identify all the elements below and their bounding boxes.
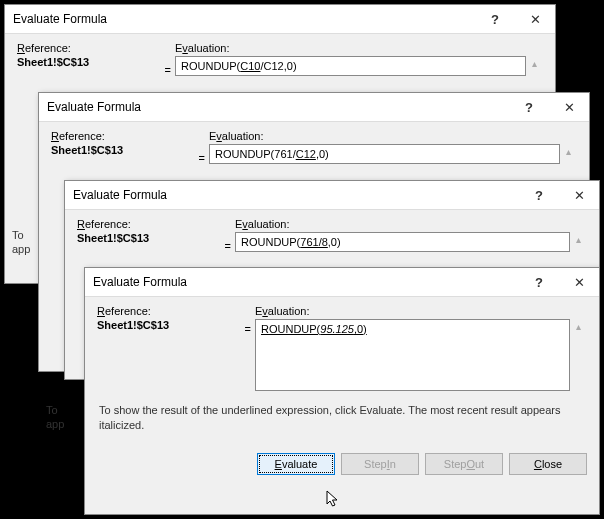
equals-sign: = [191,149,209,164]
scroll-up-icon: ▴ [560,144,577,164]
reference-label: Reference: [17,42,157,54]
help-icon[interactable]: ? [519,268,559,296]
titlebar: Evaluate Formula ? ✕ [65,181,599,210]
equals-sign: = [217,237,235,252]
titlebar: Evaluate Formula ? ✕ [39,93,589,122]
dialog-title: Evaluate Formula [93,275,519,289]
dialog-title: Evaluate Formula [73,188,519,202]
scroll-up-icon: ▴ [570,232,587,252]
help-icon[interactable]: ? [475,5,515,33]
reference-value: Sheet1!$C$13 [97,319,237,331]
equals-sign: = [237,320,255,391]
button-row: Evaluate Step In Step Out Close [85,443,599,487]
evaluation-box: ROUNDUP(C10/C12,0) [175,56,526,76]
reference-label: Reference: [77,218,217,230]
close-icon[interactable]: ✕ [549,93,589,121]
evaluation-label: Evaluation: [235,218,587,230]
titlebar: Evaluate Formula ? ✕ [5,5,555,34]
reference-value: Sheet1!$C$13 [51,144,191,156]
dialog-title: Evaluate Formula [13,12,475,26]
hint-text: To show the result of the underlined exp… [99,403,585,433]
step-in-button: Step In [341,453,419,475]
help-icon[interactable]: ? [509,93,549,121]
reference-value: Sheet1!$C$13 [77,232,217,244]
evaluation-box: ROUNDUP(95.125,0) [255,319,570,391]
close-icon[interactable]: ✕ [559,268,599,296]
dialog-title: Evaluate Formula [47,100,509,114]
evaluation-box: ROUNDUP(761/8,0) [235,232,570,252]
evaluate-button[interactable]: Evaluate [257,453,335,475]
evaluation-label: Evaluation: [255,305,587,317]
close-button[interactable]: Close [509,453,587,475]
reference-label: Reference: [97,305,237,317]
hint-truncated-2: To app [46,403,86,432]
evaluation-label: Evaluation: [175,42,543,54]
scroll-up-icon: ▴ [526,56,543,76]
close-icon[interactable]: ✕ [559,181,599,209]
evaluate-formula-dialog-4: Evaluate Formula ? ✕ Reference: Sheet1!$… [84,267,600,515]
close-icon[interactable]: ✕ [515,5,555,33]
titlebar: Evaluate Formula ? ✕ [85,268,599,297]
equals-sign: = [157,61,175,76]
scroll-up-icon: ▴ [570,319,587,391]
evaluation-box: ROUNDUP(761/C12,0) [209,144,560,164]
reference-value: Sheet1!$C$13 [17,56,157,68]
reference-label: Reference: [51,130,191,142]
evaluation-label: Evaluation: [209,130,577,142]
help-icon[interactable]: ? [519,181,559,209]
step-out-button: Step Out [425,453,503,475]
